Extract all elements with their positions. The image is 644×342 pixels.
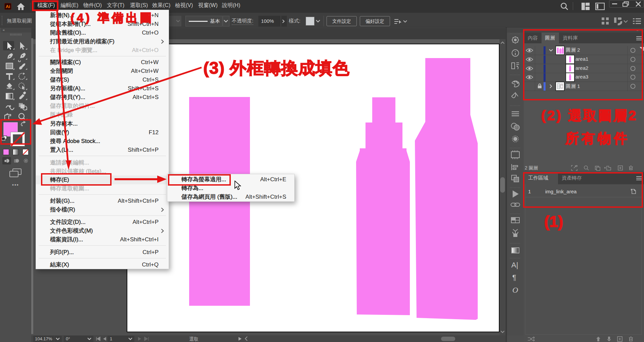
svg-text:¶: ¶ [512,273,516,282]
svg-text:O: O [512,286,518,294]
svg-text:A|: A| [511,261,518,269]
